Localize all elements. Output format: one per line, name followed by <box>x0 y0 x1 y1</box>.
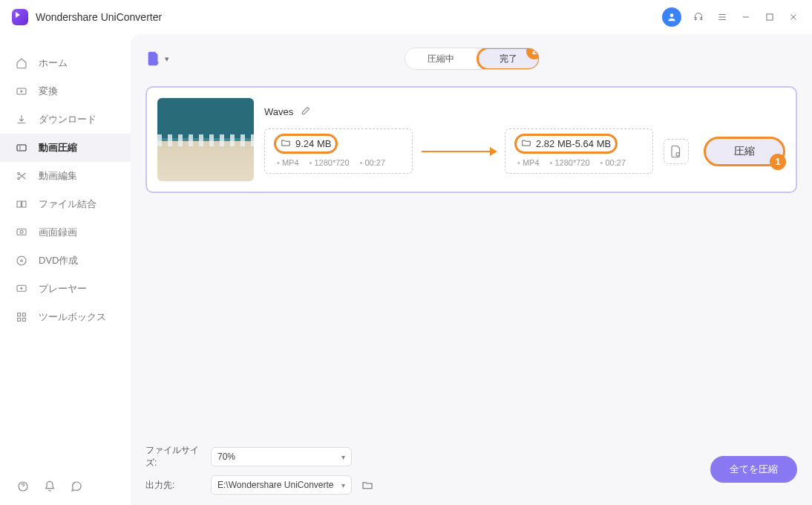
sidebar-item-label: ダウンロード <box>39 113 96 126</box>
sidebar-item-download[interactable]: ダウンロード <box>0 105 131 134</box>
sidebar-item-edit[interactable]: 動画編集 <box>0 162 131 190</box>
compress-all-button[interactable]: 全てを圧縮 <box>710 456 797 483</box>
sidebar-item-label: ホーム <box>39 56 68 70</box>
svg-point-10 <box>17 256 26 265</box>
annotation-badge-2: 2 <box>526 48 540 59</box>
compress-button-label: 圧縮 <box>734 145 755 158</box>
sidebar-item-compress[interactable]: 動画圧縮 <box>0 134 131 162</box>
compress-all-label: 全てを圧縮 <box>730 463 778 476</box>
source-format: MP4 <box>277 158 299 167</box>
annotation-badge-1: 1 <box>770 154 786 170</box>
file-settings-button[interactable] <box>664 139 689 164</box>
sidebar-item-toolbox[interactable]: ツールボックス <box>0 303 131 331</box>
folder-icon <box>281 137 291 150</box>
sidebar-item-record[interactable]: 画面録画 <box>0 218 131 247</box>
title-bar: Wondershare UniConverter <box>0 0 812 34</box>
svg-point-9 <box>20 230 23 233</box>
sidebar-item-label: ツールボックス <box>39 310 106 324</box>
sidebar-item-label: DVD作成 <box>39 254 78 267</box>
menu-icon[interactable] <box>716 10 729 24</box>
sidebar-item-label: プレーヤー <box>39 282 87 296</box>
svg-point-17 <box>676 152 680 156</box>
file-name: Waves <box>264 106 293 117</box>
edit-name-icon[interactable] <box>301 105 311 118</box>
sidebar-item-home[interactable]: ホーム <box>0 49 131 77</box>
svg-rect-14 <box>22 313 25 316</box>
sidebar-item-label: ファイル結合 <box>39 198 96 211</box>
target-format: MP4 <box>517 158 540 167</box>
minimize-button[interactable] <box>739 10 753 24</box>
feedback-icon[interactable] <box>70 480 83 493</box>
open-folder-button[interactable] <box>359 477 376 493</box>
svg-rect-1 <box>767 14 773 20</box>
svg-rect-8 <box>17 229 26 235</box>
source-meta: 9.24 MB MP4 1280*720 00:27 <box>264 128 413 174</box>
help-icon[interactable] <box>16 480 30 493</box>
corner-icons <box>16 480 83 493</box>
svg-point-4 <box>18 172 20 175</box>
target-meta: 2.82 MB-5.64 MB MP4 1280*720 00:27 <box>505 128 653 174</box>
chevron-down-icon: ▾ <box>341 453 345 461</box>
chevron-down-icon: ▾ <box>165 54 169 64</box>
compress-button[interactable]: 圧縮 1 <box>704 137 785 166</box>
source-resolution: 1280*720 <box>310 158 350 167</box>
output-path-select[interactable]: E:\Wondershare UniConverte ▾ <box>211 475 352 495</box>
folder-icon <box>521 137 531 150</box>
user-avatar[interactable] <box>662 7 681 27</box>
svg-rect-6 <box>17 201 21 207</box>
svg-rect-16 <box>22 318 25 321</box>
sidebar-item-label: 動画圧縮 <box>39 141 77 154</box>
scissors-icon <box>15 169 28 183</box>
svg-rect-7 <box>22 201 26 207</box>
svg-point-0 <box>670 13 674 17</box>
svg-point-11 <box>21 260 23 262</box>
bottom-bar: ファイルサイズ: 70% ▾ 出力先: E:\Wondershare UniCo… <box>145 444 797 495</box>
maximize-button[interactable] <box>763 10 776 24</box>
headset-icon[interactable] <box>692 10 705 24</box>
sidebar-item-player[interactable]: プレーヤー <box>0 275 131 303</box>
target-size: 2.82 MB-5.64 MB <box>536 138 611 149</box>
convert-icon <box>15 85 28 98</box>
compress-icon <box>15 141 28 154</box>
tab-done-label: 完了 <box>500 53 517 65</box>
add-file-button[interactable]: ▾ <box>145 50 169 67</box>
target-resolution: 1280*720 <box>550 158 590 167</box>
arrow-icon <box>422 151 496 152</box>
filesize-value: 70% <box>217 452 235 462</box>
sidebar-item-label: 動画編集 <box>39 169 77 183</box>
tab-compressing[interactable]: 圧縮中 <box>405 48 477 69</box>
tab-done[interactable]: 完了 2 <box>477 48 540 70</box>
download-icon <box>15 113 28 126</box>
sidebar-item-convert[interactable]: 変換 <box>0 77 131 105</box>
svg-rect-15 <box>18 318 21 321</box>
app-logo-icon <box>12 9 28 25</box>
sidebar: ホーム 変換 ダウンロード 動画圧縮 動画編集 ファイル結合 画面録画 DVD作… <box>0 34 131 505</box>
filesize-select[interactable]: 70% ▾ <box>211 447 352 466</box>
video-thumbnail[interactable] <box>157 98 254 181</box>
svg-rect-3 <box>17 145 26 151</box>
status-tabs: 圧縮中 完了 2 <box>405 48 540 70</box>
close-button[interactable] <box>787 10 800 24</box>
source-size: 9.24 MB <box>295 138 331 149</box>
bell-icon[interactable] <box>43 480 56 493</box>
content-area: ▾ 圧縮中 完了 2 Waves <box>131 34 812 505</box>
file-card: Waves 9.24 MB MP4 1280*720 00:27 <box>145 86 797 193</box>
app-title: Wondershare UniConverter <box>36 11 162 23</box>
svg-rect-13 <box>18 313 21 316</box>
filesize-label: ファイルサイズ: <box>145 444 203 469</box>
home-icon <box>15 56 28 70</box>
svg-point-5 <box>18 177 20 180</box>
sidebar-item-label: 画面録画 <box>39 226 77 239</box>
output-path-value: E:\Wondershare UniConverte <box>217 480 334 490</box>
sidebar-item-label: 変換 <box>39 85 58 98</box>
sidebar-item-merge[interactable]: ファイル結合 <box>0 190 131 218</box>
chevron-down-icon: ▾ <box>341 481 345 489</box>
player-icon <box>15 282 28 296</box>
merge-icon <box>15 198 28 211</box>
add-file-icon <box>145 50 162 67</box>
source-duration: 00:27 <box>360 158 385 167</box>
grid-icon <box>15 310 28 324</box>
output-label: 出力先: <box>145 479 203 492</box>
sidebar-item-dvd[interactable]: DVD作成 <box>0 247 131 275</box>
disc-icon <box>15 254 28 267</box>
